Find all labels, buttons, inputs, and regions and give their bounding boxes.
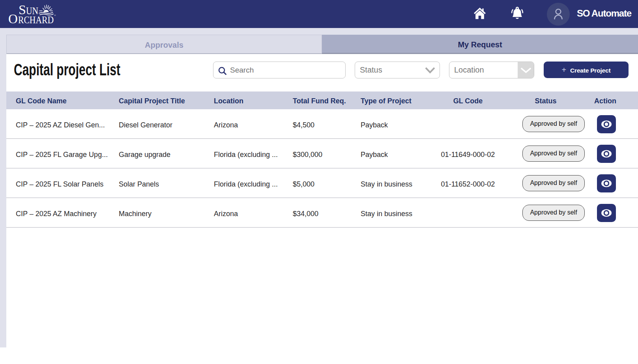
svg-text:Capital project List: Capital project List xyxy=(14,60,120,79)
svg-text:RCHARD: RCHARD xyxy=(18,14,54,26)
svg-text:O: O xyxy=(8,12,18,26)
svg-text:®: ® xyxy=(54,14,56,17)
